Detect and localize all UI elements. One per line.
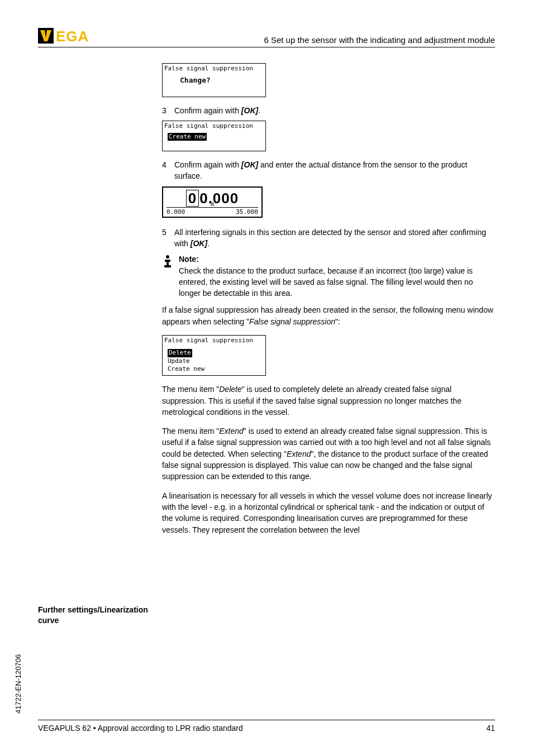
lcd-menu-item: Create new [164,365,264,373]
paragraph: If a false signal suppression has alread… [162,304,495,327]
step-3: 3 Confirm again with [OK]. [162,105,495,116]
document-id: 41722-EN-120706 [14,654,22,714]
step-text: All interfering signals in this section … [174,227,495,250]
step-text: Confirm again with [OK]. [174,105,495,116]
lcd-numeric-entry: 00.000 0.000 m 35.000 [162,186,263,218]
footer-text: VEGAPULS 62 • Approval according to LPR … [38,724,243,733]
section-title: 6 Set up the sensor with the indicating … [111,35,495,45]
step-number: 5 [162,227,174,250]
step-4: 4 Confirm again with [OK] and enter the … [162,159,495,182]
step-text: Confirm again with [OK] and enter the ac… [174,159,495,182]
page-number: 41 [486,724,495,733]
paragraph-linearisation: A linearisation is necessary for all ves… [162,490,495,535]
lcd-screen-create-new: False signal suppression Create new [162,121,266,151]
step-number: 4 [162,159,174,182]
margin-heading: Further settings/Linearization curve [38,605,150,626]
lcd-change-prompt: Change? [164,73,264,93]
svg-rect-6 [164,265,171,267]
lcd-title: False signal suppression [164,337,264,344]
info-icon [162,253,179,299]
lcd-screen-change: False signal suppression Change? [162,63,266,97]
note-heading: Note: [179,253,495,265]
lcd-selected-item: Create new [168,133,207,141]
page-footer: VEGAPULS 62 • Approval according to LPR … [38,720,495,733]
scale-unit: m [211,201,214,207]
note-block: Note: Check the distance to the product … [162,253,495,299]
scale-min: 0.000 [166,208,185,216]
numeric-scale: 0.000 m 35.000 [166,207,258,216]
lcd-menu-item: Update [164,357,264,365]
lcd-screen-menu: False signal suppression Delete Update C… [162,335,266,376]
page-header: EGA 6 Set up the sensor with the indicat… [38,27,495,47]
step-5: 5 All interfering signals in this sectio… [162,227,495,250]
vega-logo: EGA [38,27,99,45]
svg-text:EGA: EGA [56,28,89,45]
lcd-selected-item: Delete [168,349,192,357]
note-text: Check the distance to the product surfac… [179,265,495,299]
paragraph: The menu item "Extend" is used to extend… [162,425,495,482]
scale-max: 35.000 [236,208,258,216]
paragraph: The menu item "Delete" is used to comple… [162,384,495,418]
lcd-title: False signal suppression [164,122,264,130]
lcd-title: False signal suppression [164,65,264,73]
step-number: 3 [162,105,174,116]
svg-point-3 [166,255,169,259]
